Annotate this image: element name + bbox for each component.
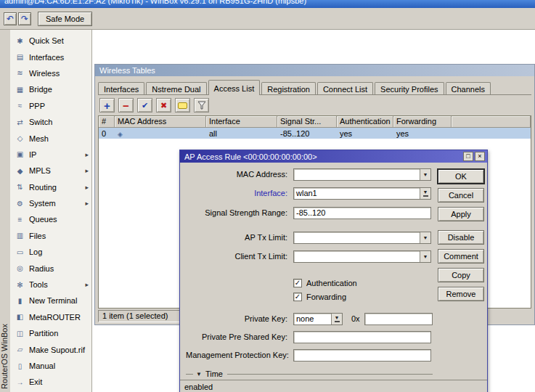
private-psk-input[interactable] [293, 331, 431, 343]
tab-interfaces[interactable]: Interfaces [98, 82, 144, 94]
disable-button[interactable]: Disable [438, 230, 484, 245]
sidebar-item-quick-set[interactable]: ✱ Quick Set [10, 33, 91, 49]
tab-channels[interactable]: Channels [446, 82, 491, 94]
cell-signal: -85..120 [277, 129, 337, 138]
chevron-down-icon: ▼ [423, 189, 428, 195]
sidebar-item-label: Manual [29, 362, 89, 370]
sidebar-item-tools[interactable]: ✻ Tools ▸ [10, 277, 91, 293]
undo-button[interactable]: ↶ [4, 12, 17, 25]
add-button[interactable]: + [99, 98, 115, 113]
sidebar-item-queues[interactable]: ≡ Queues [10, 211, 91, 227]
dropdown-button[interactable]: ▼ [420, 188, 430, 199]
tab-security-profiles[interactable]: Security Profiles [375, 82, 444, 94]
remove-button[interactable]: − [118, 98, 134, 113]
switch-icon: ⇄ [15, 118, 25, 126]
enable-button[interactable]: ✔ [137, 98, 152, 113]
forwarding-checkbox[interactable]: ✓ Forwarding [293, 293, 346, 301]
dropdown-button[interactable]: ▼ [420, 169, 430, 180]
tab-label: Nstreme Dual [152, 85, 200, 94]
ok-button[interactable]: OK [438, 169, 484, 184]
sidebar-item-label: IP [29, 150, 85, 159]
table-row[interactable]: 0 ◈ all -85..120 yes yes [99, 128, 531, 139]
column-header-interface[interactable]: Interface [206, 116, 277, 128]
dropdown-button[interactable]: ▼ [331, 314, 342, 324]
sidebar-item-exit[interactable]: → Exit [10, 374, 91, 390]
management-protection-input[interactable] [293, 349, 431, 362]
comment-icon [178, 102, 187, 109]
sidebar-item-switch[interactable]: ⇄ Switch [10, 114, 91, 130]
apply-button[interactable]: Apply [438, 207, 484, 221]
checkbox-checked-icon[interactable]: ✓ [293, 279, 302, 287]
authentication-checkbox[interactable]: ✓ Authentication [293, 279, 357, 287]
plus-icon: + [104, 100, 110, 111]
checkbox-checked-icon[interactable]: ✓ [293, 293, 302, 301]
ap-tx-limit-combo[interactable]: ▼ [293, 232, 431, 244]
client-tx-limit-combo[interactable]: ▼ [293, 250, 431, 263]
ap-tx-limit-label: AP Tx Limit: [186, 233, 287, 242]
close-button[interactable]: × [475, 152, 485, 161]
dropdown-button[interactable]: ▼ [420, 232, 430, 243]
column-header-authentication[interactable]: Authentication [337, 116, 393, 128]
tab-label: Security Profiles [380, 85, 438, 94]
chevron-right-icon: ▸ [85, 184, 89, 191]
filter-icon [197, 101, 206, 110]
sidebar-item-manual[interactable]: ▯ Manual [10, 358, 91, 374]
private-key-hex-input[interactable] [364, 313, 433, 325]
sidebar-item-wireless[interactable]: ≋ Wireless [10, 65, 91, 81]
chevron-down-icon: ▼ [335, 315, 340, 320]
sidebar-item-ppp[interactable]: ≈ PPP [10, 98, 91, 114]
time-section-header[interactable]: ▼ Time [186, 369, 433, 378]
sidebar-item-mpls[interactable]: ◆ MPLS ▸ [10, 163, 91, 179]
tools-icon: ✻ [15, 281, 25, 289]
column-header-forwarding[interactable]: Forwarding [393, 116, 452, 128]
private-key-combo[interactable]: none ▼ [293, 313, 343, 325]
signal-strength-input[interactable] [293, 207, 431, 219]
column-header-mac[interactable]: MAC Address [115, 116, 206, 128]
access-rule-icon: ◈ [118, 131, 123, 138]
filter-button[interactable] [194, 98, 209, 113]
sidebar-item-system[interactable]: ⚙ System ▸ [10, 195, 91, 211]
comment-button[interactable] [175, 98, 190, 113]
sidebar-item-new-terminal[interactable]: ▮ New Terminal [10, 293, 91, 309]
tab-connect-list[interactable]: Connect List [317, 82, 373, 94]
exit-icon: → [15, 378, 25, 386]
tab-access-list[interactable]: Access List [208, 80, 261, 95]
sidebar-item-label: Bridge [29, 85, 89, 94]
column-header-signal[interactable]: Signal Str... [277, 116, 337, 128]
dialog-titlebar[interactable]: AP Access Rule <00:00:00:00:00:00> □ × [180, 150, 487, 163]
interface-combo[interactable]: wlan1 ▼ [293, 187, 431, 200]
sidebar-item-metarouter[interactable]: ◧ MetaROUTER [10, 309, 91, 325]
tab-registration[interactable]: Registration [261, 82, 316, 94]
comment-button[interactable]: Comment [438, 249, 484, 264]
copy-button-label: Copy [452, 271, 470, 279]
sidebar-item-routing[interactable]: ⇅ Routing ▸ [10, 179, 91, 195]
dropdown-button[interactable]: ▼ [420, 251, 430, 262]
column-header-num[interactable]: # [99, 116, 115, 128]
wireless-tables-titlebar[interactable]: Wireless Tables [95, 65, 534, 76]
sidebar-item-files[interactable]: ▥ Files [10, 228, 91, 244]
safe-mode-button[interactable]: Safe Mode [38, 12, 92, 26]
close-icon: × [478, 153, 481, 160]
sidebar-item-mesh[interactable]: ◇ Mesh [10, 130, 91, 146]
sidebar-item-ip[interactable]: ▣ IP ▸ [10, 147, 91, 163]
redo-button[interactable]: ↷ [18, 12, 31, 25]
app-titlebar[interactable]: admin@D4:CA:6D:E1:2F:A2 (MikroTik) - Win… [0, 0, 535, 8]
disable-button[interactable]: ✖ [156, 98, 171, 113]
bridge-icon: ▦ [15, 86, 25, 94]
tab-nstreme-dual[interactable]: Nstreme Dual [146, 82, 206, 94]
copy-button[interactable]: Copy [438, 268, 484, 282]
sidebar-item-make-supout[interactable]: ▱ Make Supout.rif [10, 341, 91, 357]
tab-label: Interfaces [104, 85, 139, 94]
detach-button[interactable]: □ [463, 152, 473, 161]
cancel-button[interactable]: Cancel [438, 188, 484, 203]
sidebar-item-log[interactable]: ▭ Log [10, 244, 91, 260]
sidebar-item-interfaces[interactable]: ▤ Interfaces [10, 49, 91, 65]
terminal-icon: ▮ [15, 297, 25, 305]
sidebar-item-radius[interactable]: ◎ Radius [10, 260, 91, 276]
sidebar-item-partition[interactable]: ◫ Partition [10, 325, 91, 341]
private-key-label: Private Key: [186, 314, 287, 323]
chevron-right-icon: ▸ [85, 200, 89, 207]
remove-button[interactable]: Remove [438, 287, 484, 301]
sidebar-item-bridge[interactable]: ▦ Bridge [10, 81, 91, 97]
mac-address-combo[interactable]: ▼ [293, 168, 431, 181]
